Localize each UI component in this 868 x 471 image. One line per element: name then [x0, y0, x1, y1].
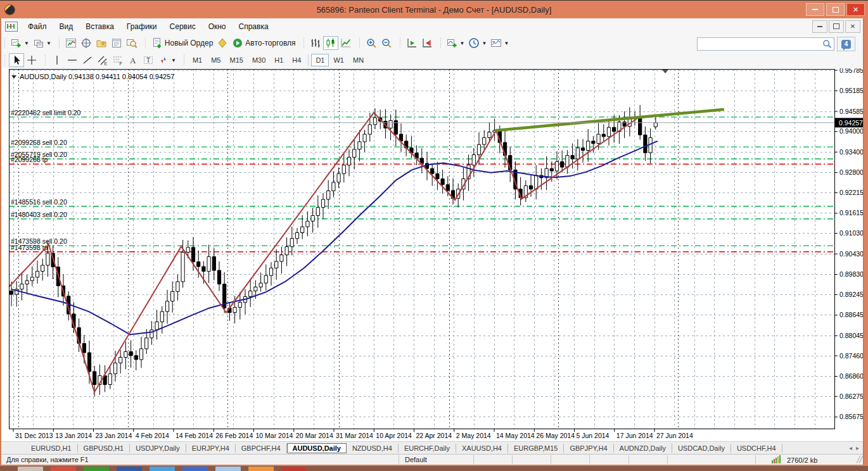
timeframe-m1-button[interactable]: M1: [188, 54, 207, 66]
timeframe-h1-button[interactable]: H1: [270, 54, 288, 66]
data-window-button[interactable]: [79, 36, 94, 50]
cursor-button[interactable]: [9, 53, 24, 67]
chart-shift-button[interactable]: [419, 36, 435, 50]
chart-tab-eurusd-h1[interactable]: EURUSD,H1: [25, 444, 78, 453]
menu-item-1[interactable]: Вид: [53, 20, 80, 33]
menu-item-6[interactable]: Справка: [233, 20, 275, 33]
menu-item-4[interactable]: Сервис: [163, 20, 202, 33]
taskbar-app-icon[interactable]: [84, 467, 109, 471]
restore-icon: [833, 23, 839, 29]
vline-button[interactable]: [49, 53, 65, 67]
timeframe-h4-button[interactable]: H4: [288, 54, 305, 66]
chart-background[interactable]: [0, 68, 863, 441]
toolbar-grip[interactable]: [440, 37, 442, 49]
crosshair-button[interactable]: [24, 53, 39, 67]
window-minimize-button[interactable]: [806, 3, 824, 16]
bar-chart-button[interactable]: [308, 36, 323, 50]
toolbar-grip[interactable]: [359, 37, 361, 49]
chart-profiles-button[interactable]: ▼: [31, 36, 53, 50]
timeframe-mn-button[interactable]: MN: [348, 54, 368, 66]
taskbar-app-icon[interactable]: [18, 467, 43, 471]
timeframe-m15-button[interactable]: M15: [225, 54, 247, 66]
chart-tab-gbpusd-h1[interactable]: GBPUSD,H1: [78, 444, 131, 453]
timeframe-m30-button[interactable]: M30: [248, 54, 270, 66]
timeframe-w1-button[interactable]: W1: [329, 54, 348, 66]
chart-restore-button[interactable]: [829, 20, 844, 33]
chart-close-button[interactable]: ✕: [845, 20, 860, 33]
arrows-button[interactable]: ▼: [156, 53, 178, 67]
auto-scroll-button[interactable]: [404, 36, 419, 50]
trendline-button[interactable]: [80, 53, 95, 67]
hline-button[interactable]: [65, 53, 80, 67]
chart-tab-gbpjpy-h4[interactable]: GBPJPY,H4: [564, 444, 613, 453]
hline-icon: [67, 54, 78, 66]
status-profile-label[interactable]: Default: [405, 456, 427, 463]
menu-item-5[interactable]: Окно: [202, 20, 233, 33]
new-chart-button[interactable]: ▼: [9, 36, 31, 50]
toolbar-grip[interactable]: [144, 37, 146, 49]
line-chart-button[interactable]: [338, 36, 354, 50]
periods-button[interactable]: ▼: [466, 36, 488, 50]
chart-tab-usdcad-daily[interactable]: USDCAD,Daily: [672, 444, 731, 453]
fibonacci-button[interactable]: F: [110, 53, 125, 67]
chart-tab-gbpchf-h4[interactable]: GBPCHF,H4: [236, 444, 287, 453]
maximize-icon: [833, 7, 839, 13]
toolbar-grip[interactable]: [4, 54, 6, 66]
taskbar-app-icon[interactable]: [150, 467, 175, 471]
toolbar-grip[interactable]: [44, 54, 46, 66]
tabs-scroll-right-icon[interactable]: ▸: [856, 444, 859, 451]
chart-tab-eurjpy-h4[interactable]: EURJPY,H4: [186, 444, 236, 453]
autotrading-button[interactable]: Авто-торговля: [230, 36, 297, 50]
indicators-button[interactable]: ▼: [445, 36, 467, 50]
toolbar-grip[interactable]: [4, 37, 6, 49]
navigator-button[interactable]: [94, 36, 109, 50]
templates-button[interactable]: ▼: [488, 36, 511, 50]
terminal-button[interactable]: [109, 36, 124, 50]
timeframe-d1-button[interactable]: D1: [311, 54, 329, 66]
window-maximize-button[interactable]: [826, 3, 845, 16]
toolbar-grip[interactable]: [183, 54, 185, 66]
taskbar-app-icon[interactable]: [117, 467, 142, 471]
chart-tab-audusd-daily[interactable]: AUDUSD,Daily: [287, 443, 347, 453]
text-label-button[interactable]: T: [141, 53, 156, 67]
toolbar-grip[interactable]: [399, 37, 401, 49]
taskbar-app-icon[interactable]: [248, 467, 274, 471]
toolbar-grip[interactable]: [58, 37, 60, 49]
resize-grip[interactable]: ╱╱: [857, 456, 862, 463]
menu-item-0[interactable]: Файл: [22, 20, 53, 33]
timeframe-m5-button[interactable]: M5: [207, 54, 225, 66]
chart-minimize-button[interactable]: [812, 20, 827, 33]
notifications-button[interactable]: 4: [837, 37, 855, 51]
chart-window[interactable]: #2220462 sell limit 0.20#2099268 sell 0.…: [0, 68, 863, 441]
market-watch-button[interactable]: [63, 36, 79, 50]
chart-tab-audnzd-daily[interactable]: AUDNZD,Daily: [614, 444, 672, 453]
chart-tab-usdjpy-daily[interactable]: USDJPY,Daily: [130, 444, 186, 453]
taskbar-app-icon[interactable]: [215, 467, 241, 471]
chart-tab-xauusd-h4[interactable]: XAUUSD,H4: [456, 444, 508, 453]
search-input[interactable]: [697, 37, 834, 51]
window-close-button[interactable]: ✕: [846, 3, 865, 16]
taskbar-app-icon[interactable]: [182, 467, 208, 471]
menu-item-3[interactable]: Графики: [120, 20, 163, 33]
chart-tab-eurchf-daily[interactable]: EURCHF,Daily: [399, 444, 456, 453]
tabs-scroll-left-icon[interactable]: ◂: [849, 444, 852, 451]
price-axis[interactable]: 0.957850.951850.945850.940000.934000.928…: [835, 68, 863, 441]
channel-button[interactable]: E: [95, 53, 110, 67]
price-axis-label: 0.85675: [839, 413, 863, 420]
taskbar-app-icon[interactable]: [281, 467, 307, 471]
chart-tab-eurgbp-m15[interactable]: EURGBP,M15: [508, 444, 565, 453]
chart-tab-nzdusd-h4[interactable]: NZDUSD,H4: [347, 444, 399, 453]
text-button[interactable]: A: [125, 53, 141, 67]
current-price-value: 0.94257: [839, 119, 863, 127]
menu-item-2[interactable]: Вставка: [79, 20, 120, 33]
auto-scroll-icon: [406, 37, 418, 49]
zoom-in-button[interactable]: [364, 36, 379, 50]
metaeditor-button[interactable]: [215, 36, 230, 50]
new-order-button[interactable]: Новый Ордер: [150, 36, 215, 50]
toolbar-grip[interactable]: [303, 37, 305, 49]
candle-chart-button[interactable]: [323, 36, 338, 50]
strategy-tester-button[interactable]: [124, 36, 139, 50]
chart-tab-usdchf-h4[interactable]: USDCHF,H4: [731, 444, 782, 453]
zoom-out-button[interactable]: [379, 36, 394, 50]
taskbar-app-icon[interactable]: [51, 467, 76, 471]
